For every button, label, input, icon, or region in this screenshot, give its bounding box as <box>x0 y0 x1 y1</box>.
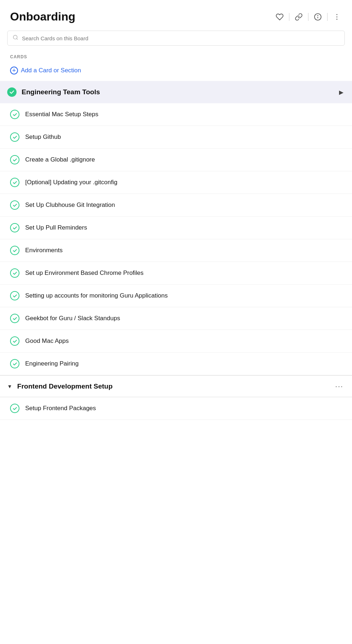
section-header-left: Engineering Team Tools <box>7 87 100 97</box>
section2-header-left: ▼ Frontend Development Setup <box>7 382 113 390</box>
list-item[interactable]: Setup Frontend Packages <box>0 397 352 420</box>
check-outline-icon <box>10 359 19 368</box>
check-outline-icon <box>10 155 19 164</box>
chevron-right-icon: ▶ <box>339 89 343 96</box>
cards-section-label: CARDS <box>0 51 352 63</box>
header-actions <box>273 10 343 23</box>
check-outline-icon <box>10 314 19 323</box>
search-icon <box>13 35 18 42</box>
section2-more-icon[interactable]: ··· <box>335 382 343 390</box>
card-label: Create a Global .gitignore <box>25 156 95 163</box>
section1-title: Engineering Team Tools <box>22 88 100 96</box>
check-outline-icon <box>10 178 19 187</box>
check-outline-icon <box>10 200 19 210</box>
card-label: Geekbot for Guru / Slack Standups <box>25 315 120 322</box>
card-label: Setup Github <box>25 133 61 141</box>
check-outline-icon <box>10 268 19 278</box>
search-container <box>0 31 352 51</box>
list-item[interactable]: Geekbot for Guru / Slack Standups <box>0 307 352 330</box>
card-label: Essential Mac Setup Steps <box>25 111 98 118</box>
info-button[interactable] <box>311 10 324 23</box>
section1-items: Essential Mac Setup Steps Setup Github C… <box>0 103 352 375</box>
heart-button[interactable] <box>273 10 286 23</box>
list-item[interactable]: Setting up accounts for monitoring Guru … <box>0 285 352 307</box>
check-outline-icon <box>10 110 19 119</box>
list-item[interactable]: Essential Mac Setup Steps <box>0 103 352 126</box>
divider-2 <box>308 13 308 21</box>
divider-1 <box>289 13 289 21</box>
svg-point-4 <box>337 16 338 17</box>
list-item[interactable]: Set up Environment Based Chrome Profiles <box>0 262 352 285</box>
card-label: Set Up Pull Reminders <box>25 224 87 231</box>
add-card-label: Add a Card or Section <box>21 67 81 74</box>
card-label: Setting up accounts for monitoring Guru … <box>25 292 168 299</box>
card-label: Environments <box>25 247 63 254</box>
page-title: Onboarding <box>10 10 75 23</box>
check-outline-icon <box>10 223 19 232</box>
list-item[interactable]: Set Up Pull Reminders <box>0 217 352 239</box>
section2-title: Frontend Development Setup <box>17 382 113 390</box>
check-outline-icon <box>10 246 19 255</box>
list-item[interactable]: [Optional] Updating your .gitconfig <box>0 171 352 194</box>
card-label: Set Up Clubhouse Git Integration <box>25 201 115 209</box>
card-label: [Optional] Updating your .gitconfig <box>25 179 117 186</box>
section-engineering-team-tools[interactable]: Engineering Team Tools ▶ <box>0 81 352 103</box>
check-outline-icon <box>10 291 19 300</box>
section-check-filled-icon <box>7 87 17 97</box>
add-card-button[interactable]: + Add a Card or Section <box>0 63 91 81</box>
search-input[interactable] <box>22 35 339 41</box>
card-label: Good Mac Apps <box>25 337 69 345</box>
check-outline-icon <box>10 404 19 413</box>
card-label: Setup Frontend Packages <box>25 405 96 412</box>
list-item[interactable]: Good Mac Apps <box>0 330 352 353</box>
more-options-button[interactable] <box>330 10 343 23</box>
list-item[interactable]: Set Up Clubhouse Git Integration <box>0 194 352 217</box>
svg-point-6 <box>13 35 17 39</box>
list-item[interactable]: Setup Github <box>0 126 352 149</box>
divider-3 <box>327 13 328 21</box>
svg-line-7 <box>17 38 18 40</box>
section-frontend-dev-setup[interactable]: ▼ Frontend Development Setup ··· <box>0 375 352 397</box>
list-item[interactable]: Environments <box>0 239 352 262</box>
svg-point-3 <box>337 14 338 15</box>
card-label: Set up Environment Based Chrome Profiles <box>25 269 144 277</box>
check-outline-icon <box>10 132 19 142</box>
search-box[interactable] <box>7 31 345 46</box>
card-label: Engineering Pairing <box>25 360 78 367</box>
list-item[interactable]: Create a Global .gitignore <box>0 149 352 171</box>
chevron-down-icon: ▼ <box>7 384 12 389</box>
add-card-icon: + <box>10 67 18 74</box>
link-button[interactable] <box>292 10 305 23</box>
list-item[interactable]: Engineering Pairing <box>0 353 352 375</box>
svg-point-5 <box>337 19 338 20</box>
section2-items: Setup Frontend Packages <box>0 397 352 420</box>
check-outline-icon <box>10 336 19 346</box>
page-header: Onboarding <box>0 0 352 31</box>
